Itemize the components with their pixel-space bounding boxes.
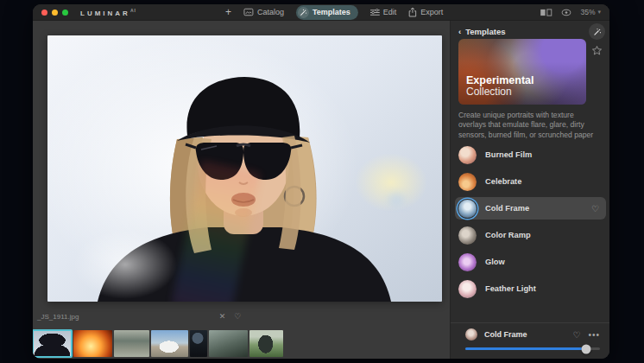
template-thumbnail <box>458 226 477 245</box>
tab-label: Export <box>420 8 443 16</box>
filmstrip-thumb-explosion[interactable] <box>73 330 112 357</box>
filmstrip-thumb-field-selfie[interactable] <box>249 330 283 357</box>
back-to-templates-button[interactable]: ‹ Templates <box>458 27 505 36</box>
amount-slider-fill <box>465 347 586 350</box>
filmstrip-thumb-van[interactable] <box>151 330 188 357</box>
tab-catalog[interactable]: Catalog <box>243 8 284 16</box>
favorite-heart-icon[interactable]: ♡ <box>234 312 241 321</box>
heart-icon[interactable]: ♡ <box>591 204 599 213</box>
tab-edit[interactable]: Edit <box>370 8 397 16</box>
collection-card[interactable]: Experimental Collection <box>458 39 586 105</box>
add-button[interactable]: + <box>225 7 231 17</box>
star-icon <box>591 45 603 56</box>
app-window: LUMINARAI + Catalog <box>33 4 609 359</box>
applied-template-panel: Cold Frame ♡ ••• <box>451 322 609 359</box>
portrait-photo <box>47 35 442 302</box>
tab-export[interactable]: Export <box>408 7 443 17</box>
tab-label: Catalog <box>257 8 284 16</box>
template-thumbnail <box>458 253 477 271</box>
traffic-lights <box>41 10 68 16</box>
template-celebrate[interactable]: Celebrate <box>455 170 606 193</box>
compare-icon[interactable] <box>540 9 552 16</box>
wand-icon <box>298 7 309 18</box>
collection-subtitle: Collection <box>466 86 534 99</box>
filmstrip-thumb-storm[interactable] <box>114 330 149 357</box>
more-options-icon[interactable]: ••• <box>588 330 600 340</box>
template-glow[interactable]: Glow <box>455 251 606 273</box>
zoom-level-value: 35% <box>580 8 595 16</box>
template-thumbnail <box>458 173 477 191</box>
template-thumbnail <box>458 146 477 164</box>
file-row: _JS_1911.jpg ✕ ♡ <box>33 312 427 324</box>
tab-label: Templates <box>313 8 350 16</box>
template-feather-light[interactable]: Feather Light <box>455 277 606 300</box>
title-bar: LUMINARAI + Catalog <box>33 4 609 21</box>
template-thumbnail <box>458 200 477 218</box>
amount-slider-thumb[interactable] <box>582 344 591 353</box>
filmstrip-thumb-dark-scene[interactable] <box>190 330 207 357</box>
toolbar-right: 35% ▾ <box>540 4 601 20</box>
preview-eye-icon[interactable] <box>561 9 571 16</box>
photo-preview[interactable] <box>47 35 442 302</box>
filmstrip-thumb-portrait[interactable] <box>33 330 72 357</box>
template-cold-frame[interactable]: Cold Frame ♡ <box>455 197 606 220</box>
edit-icon <box>370 9 380 16</box>
amount-slider[interactable] <box>465 347 600 350</box>
template-thumbnail <box>458 280 477 298</box>
minimize-window-button[interactable] <box>52 10 58 16</box>
chevron-down-icon: ▾ <box>597 9 601 16</box>
zoom-level-dropdown[interactable]: 35% ▾ <box>580 8 601 16</box>
templates-sidebar: ‹ Templates Experimental Collection <box>450 21 609 359</box>
close-window-button[interactable] <box>41 10 47 16</box>
editor-canvas: _JS_1911.jpg ✕ ♡ <box>33 21 450 359</box>
template-color-ramp[interactable]: Color Ramp <box>455 224 606 246</box>
applied-template-label: Cold Frame <box>484 330 573 339</box>
close-icon[interactable]: ✕ <box>219 312 226 321</box>
chevron-left-icon: ‹ <box>458 27 461 36</box>
app-logo: LUMINARAI <box>80 8 136 17</box>
back-label: Templates <box>465 27 505 36</box>
filmstrip <box>33 328 283 359</box>
export-icon <box>408 7 417 17</box>
template-list: Burned Film Celebrate Cold Frame ♡ Color… <box>455 143 606 304</box>
heart-icon[interactable]: ♡ <box>573 330 581 340</box>
catalog-icon <box>243 8 254 16</box>
tab-label: Edit <box>383 8 397 16</box>
toolbar-tabs: + Catalog Templates <box>225 4 443 20</box>
template-burned-film[interactable]: Burned Film <box>455 143 606 166</box>
collection-description: Create unique portraits with texture ove… <box>458 111 598 140</box>
filmstrip-thumb-mountain[interactable] <box>209 330 248 357</box>
filename-label: _JS_1911.jpg <box>37 313 79 321</box>
favorites-button[interactable] <box>591 45 603 56</box>
applied-template-thumbnail <box>465 328 477 341</box>
wand-icon <box>593 28 602 36</box>
zoom-window-button[interactable] <box>62 10 68 16</box>
templates-panel-toggle[interactable] <box>589 23 605 40</box>
collection-title: Experimental <box>466 74 534 86</box>
tab-templates[interactable]: Templates <box>296 5 358 20</box>
